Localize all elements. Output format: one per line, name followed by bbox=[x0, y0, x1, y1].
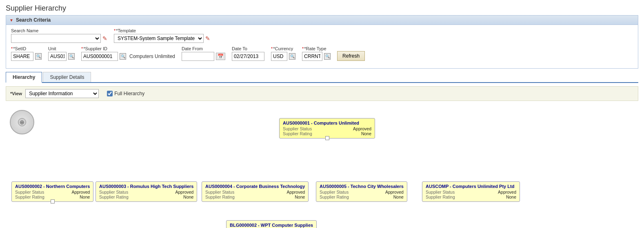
date-from-group: Date From 📅 bbox=[182, 46, 225, 61]
refresh-button[interactable]: Refresh bbox=[337, 51, 365, 61]
supplier-id-label: *Supplier ID bbox=[81, 46, 175, 51]
child5-info: Supplier Status Approved Supplier Rating… bbox=[426, 190, 516, 199]
child1-collapse-btn[interactable] bbox=[51, 199, 55, 203]
currency-search-icon[interactable]: 🔍 bbox=[289, 53, 295, 60]
child4-info: Supplier Status Approved Supplier Rating… bbox=[320, 190, 404, 199]
search-name-edit-icon[interactable]: ✎ bbox=[102, 35, 107, 42]
search-criteria-body: Search Name ✎ *Template SYSTEM-System Sa… bbox=[6, 25, 638, 68]
search-criteria-panel: ▼ Search Criteria Search Name ✎ *Templat… bbox=[6, 15, 638, 69]
view-select[interactable]: Supplier Information bbox=[25, 89, 99, 98]
rate-type-label: *Rate Type bbox=[302, 46, 331, 51]
gc-title: BLG0000002 - WPT Computer Supplies bbox=[230, 223, 313, 228]
child2-title: AUS0000003 - Romulus High Tech Suppliers bbox=[99, 184, 193, 189]
navigator-inner: ⊕ bbox=[18, 118, 26, 126]
unit-search-icon[interactable]: 🔍 bbox=[68, 53, 75, 60]
child5-title: AUSCOMP - Computers Unlimited Pty Ltd bbox=[426, 184, 516, 189]
search-criteria-label: Search Criteria bbox=[16, 17, 51, 23]
date-from-calendar-icon[interactable]: 📅 bbox=[216, 53, 225, 60]
rate-type-group: *Rate Type 🔍 bbox=[302, 46, 331, 61]
search-name-select[interactable] bbox=[11, 34, 101, 43]
date-from-input[interactable] bbox=[182, 52, 214, 61]
page-title: Supplier Hierarchy bbox=[0, 0, 644, 15]
tab-hierarchy[interactable]: Hierarchy bbox=[6, 72, 42, 83]
root-status-value: Approved bbox=[334, 126, 371, 131]
rate-type-search-icon[interactable]: 🔍 bbox=[324, 53, 331, 60]
child1-info: Supplier Status Approved Supplier Rating… bbox=[15, 190, 90, 199]
root-collapse-btn[interactable] bbox=[325, 136, 329, 140]
date-from-label: Date From bbox=[182, 46, 225, 51]
full-hierarchy-label: Full Hierarchy bbox=[114, 91, 144, 96]
supplier-id-input[interactable] bbox=[81, 52, 118, 61]
rate-type-inline: 🔍 bbox=[302, 52, 331, 61]
template-group: *Template SYSTEM-System Sample Template … bbox=[114, 28, 210, 43]
child-node-aus0000004[interactable]: AUS0000004 - Corporate Business Technolo… bbox=[202, 181, 309, 202]
root-node-info: Supplier Status Approved Supplier Rating… bbox=[283, 126, 371, 136]
full-hierarchy-group: Full Hierarchy bbox=[107, 91, 144, 96]
setid-input[interactable] bbox=[11, 52, 33, 61]
grandchild-node-blg0000002[interactable]: BLG0000002 - WPT Computer Supplies Suppl… bbox=[226, 220, 317, 228]
view-bar: *View Supplier Information Full Hierarch… bbox=[6, 86, 638, 101]
unit-input[interactable] bbox=[48, 52, 67, 61]
child-node-aus0000005[interactable]: AUS0000005 - Techno City Wholesalers Sup… bbox=[316, 181, 407, 202]
template-select[interactable]: SYSTEM-System Sample Template bbox=[114, 34, 204, 43]
child2-info: Supplier Status Approved Supplier Rating… bbox=[99, 190, 193, 199]
full-hierarchy-checkbox[interactable] bbox=[107, 91, 113, 96]
child3-info: Supplier Status Approved Supplier Rating… bbox=[205, 190, 305, 199]
tabs-bar: Hierarchy Supplier Details bbox=[6, 72, 638, 83]
supplier-id-group: *Supplier ID 🔍 Computers Unlimited bbox=[81, 46, 175, 61]
root-node-title: AUS0000001 - Computers Unlimited bbox=[283, 121, 371, 125]
root-status-label: Supplier Status bbox=[283, 126, 331, 131]
setid-inline: 🔍 bbox=[11, 52, 42, 61]
date-to-label: Date To bbox=[232, 46, 264, 51]
supplier-id-search-icon[interactable]: 🔍 bbox=[120, 53, 126, 60]
collapse-triangle-icon: ▼ bbox=[9, 18, 13, 22]
search-name-label: Search Name bbox=[11, 28, 107, 33]
unit-inline: 🔍 bbox=[48, 52, 75, 61]
date-from-inline: 📅 bbox=[182, 52, 225, 61]
rate-type-input[interactable] bbox=[302, 52, 322, 61]
child-node-auscomp[interactable]: AUSCOMP - Computers Unlimited Pty Ltd Su… bbox=[422, 181, 520, 202]
unit-label: Unit bbox=[48, 46, 75, 51]
view-field-inline: *View Supplier Information bbox=[10, 89, 99, 98]
form-row-1: Search Name ✎ *Template SYSTEM-System Sa… bbox=[11, 28, 633, 43]
search-name-field-inline: ✎ bbox=[11, 34, 107, 43]
setid-group: *SetID 🔍 bbox=[11, 46, 42, 61]
supplier-name-text: Computers Unlimited bbox=[129, 54, 175, 59]
template-edit-icon[interactable]: ✎ bbox=[205, 35, 210, 42]
currency-input[interactable] bbox=[271, 52, 287, 61]
hierarchy-content: *View Supplier Information Full Hierarch… bbox=[0, 83, 644, 228]
unit-group: Unit 🔍 bbox=[48, 46, 75, 61]
tab-supplier-details[interactable]: Supplier Details bbox=[43, 72, 91, 82]
template-label: *Template bbox=[114, 28, 210, 33]
child-node-aus0000003[interactable]: AUS0000003 - Romulus High Tech Suppliers… bbox=[95, 181, 197, 202]
currency-group: *Currency 🔍 bbox=[271, 46, 295, 61]
child3-title: AUS0000004 - Corporate Business Technolo… bbox=[205, 184, 305, 189]
refresh-group: Refresh bbox=[337, 51, 365, 61]
setid-search-icon[interactable]: 🔍 bbox=[35, 53, 42, 60]
view-label: *View bbox=[10, 91, 22, 96]
search-criteria-header[interactable]: ▼ Search Criteria bbox=[6, 16, 638, 25]
root-rating-value: None bbox=[334, 131, 371, 136]
template-field-inline: SYSTEM-System Sample Template ✎ bbox=[114, 34, 210, 43]
form-row-2: *SetID 🔍 Unit 🔍 *Supplier ID 🔍 Comp bbox=[11, 46, 633, 61]
currency-label: *Currency bbox=[271, 46, 295, 51]
root-node[interactable]: AUS0000001 - Computers Unlimited Supplie… bbox=[279, 118, 375, 139]
date-to-group: Date To bbox=[232, 46, 264, 61]
tree-layout: ⊕ AUS0000001 - bbox=[6, 106, 638, 228]
search-name-group: Search Name ✎ bbox=[11, 28, 107, 43]
root-rating-label: Supplier Rating bbox=[283, 131, 331, 136]
currency-inline: 🔍 bbox=[271, 52, 295, 61]
supplier-id-inline: 🔍 Computers Unlimited bbox=[81, 52, 175, 61]
child-node-aus0000002[interactable]: AUS0000002 - Northern Computers Supplier… bbox=[11, 181, 93, 202]
child1-title: AUS0000002 - Northern Computers bbox=[15, 184, 90, 189]
date-to-input[interactable] bbox=[232, 52, 264, 61]
child4-title: AUS0000005 - Techno City Wholesalers bbox=[320, 184, 404, 189]
navigator-widget[interactable]: ⊕ bbox=[10, 110, 34, 134]
setid-label: *SetID bbox=[11, 46, 42, 51]
